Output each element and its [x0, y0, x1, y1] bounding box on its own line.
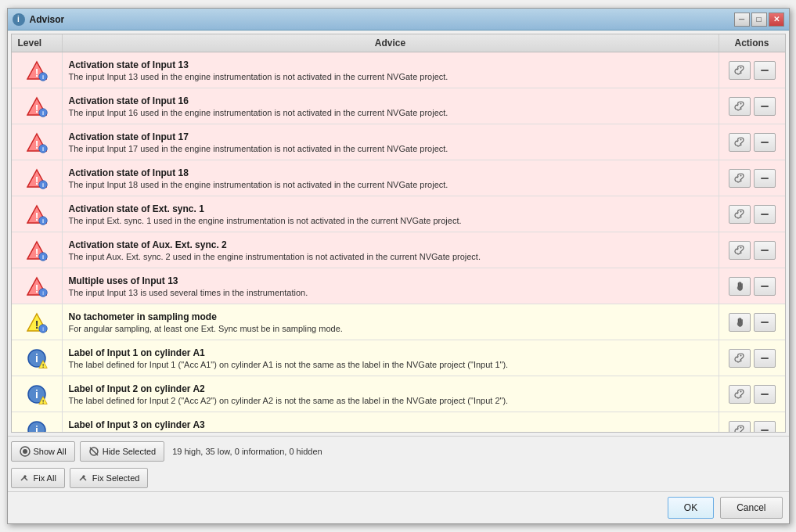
fix-button[interactable] — [729, 133, 751, 152]
advice-cell: Activation state of Input 18 The input I… — [63, 164, 719, 193]
level-cell: i ! — [12, 376, 63, 412]
close-button[interactable]: ✕ — [769, 13, 784, 27]
svg-rect-35 — [761, 250, 769, 251]
svg-rect-40 — [761, 286, 769, 287]
actions-cell — [719, 232, 785, 268]
level-cell: ! i — [12, 160, 63, 196]
hide-minus-icon — [758, 64, 771, 77]
hide-button[interactable] — [754, 97, 776, 116]
advice-title: Activation state of Input 16 — [69, 95, 712, 106]
fix-selected-button[interactable]: Fix Selected — [70, 468, 149, 488]
level-icon: ! i — [26, 131, 48, 153]
advice-description: The label defined for Input 3 ("Acc A3")… — [69, 432, 712, 433]
title-bar-left: i Advisor — [13, 13, 65, 26]
advice-title: Multiple uses of Input 13 — [69, 275, 712, 286]
hide-button[interactable] — [754, 169, 776, 188]
hide-button[interactable] — [754, 385, 776, 404]
advice-description: The input Input 13 used in the engine in… — [69, 72, 712, 81]
actions-cell — [719, 160, 785, 196]
svg-text:i: i — [41, 253, 43, 261]
hide-button[interactable] — [754, 133, 776, 152]
hide-button[interactable] — [754, 241, 776, 260]
fix-button[interactable] — [729, 421, 751, 433]
svg-point-16 — [740, 138, 741, 140]
svg-rect-5 — [761, 70, 769, 71]
table-row[interactable]: ! i Activation state of Input 17 The inp… — [12, 124, 785, 160]
table-row[interactable]: ! i Activation state of Ext. sync. 1 The… — [12, 196, 785, 232]
level-icon: ! i — [26, 167, 48, 189]
maximize-button[interactable]: □ — [751, 13, 767, 27]
fix-button[interactable] — [729, 205, 751, 224]
fix-wrench-icon — [733, 208, 746, 221]
table-row[interactable]: i ! Label of Input 2 on cylinder A2 The … — [12, 376, 785, 412]
cancel-button[interactable]: Cancel — [720, 497, 782, 519]
hide-button[interactable] — [754, 349, 776, 368]
fix-button[interactable] — [729, 277, 751, 296]
svg-point-28 — [740, 210, 741, 212]
advice-description: The input Input 13 is used several times… — [69, 288, 712, 297]
fix-button[interactable] — [729, 385, 751, 404]
hide-button[interactable] — [754, 61, 776, 80]
level-icon: i ! — [26, 347, 48, 369]
svg-rect-29 — [761, 214, 769, 215]
fix-all-button[interactable]: Fix All — [11, 468, 65, 488]
fix-button[interactable] — [729, 349, 751, 368]
fix-wrench-icon — [733, 100, 746, 113]
footer-bar: OK Cancel — [8, 491, 789, 523]
hide-button[interactable] — [754, 421, 776, 433]
advice-cell: Activation state of Aux. Ext. sync. 2 Th… — [63, 235, 719, 265]
actions-cell — [719, 412, 785, 432]
hide-minus-icon — [758, 280, 771, 293]
level-icon: ! i — [26, 239, 48, 261]
hide-button[interactable] — [754, 277, 776, 296]
actions-cell — [719, 196, 785, 232]
svg-point-34 — [740, 246, 741, 248]
table-row[interactable]: i ! Label of Input 1 on cylinder A1 The … — [12, 340, 785, 376]
hide-minus-icon — [758, 100, 771, 113]
svg-rect-51 — [761, 358, 769, 359]
hand-fix-icon — [733, 280, 746, 293]
title-buttons: ─ □ ✕ — [734, 13, 784, 27]
advisor-table: Level Advice Actions ! i Activation stat… — [11, 34, 786, 433]
actions-cell — [719, 340, 785, 376]
svg-text:i: i — [41, 217, 43, 225]
advice-cell: Activation state of Input 13 The input I… — [63, 56, 719, 85]
hide-button[interactable] — [754, 313, 776, 332]
advice-cell: Activation state of Ext. sync. 1 The inp… — [63, 200, 719, 229]
table-row[interactable]: ! i Activation state of Input 13 The inp… — [12, 52, 785, 88]
level-icon: ! i — [26, 203, 48, 225]
advice-description: The input Input 18 used in the engine in… — [69, 180, 712, 189]
advice-title: Label of Input 2 on cylinder A2 — [69, 383, 712, 394]
table-row[interactable]: ! i No tachometer in sampling mode For a… — [12, 304, 785, 340]
table-row[interactable]: i ! Label of Input 3 on cylinder A3 The … — [12, 412, 785, 432]
show-all-button[interactable]: Show All — [11, 441, 75, 462]
minimize-button[interactable]: ─ — [734, 13, 750, 27]
advice-cell: Label of Input 3 on cylinder A3 The labe… — [63, 415, 719, 433]
hide-selected-button[interactable]: Hide Selected — [80, 441, 165, 462]
advice-cell: Label of Input 1 on cylinder A1 The labe… — [63, 343, 719, 373]
fix-button[interactable] — [729, 313, 751, 332]
advice-title: Label of Input 3 on cylinder A3 — [69, 419, 712, 430]
advice-title: Activation state of Input 17 — [69, 131, 712, 142]
svg-text:!: ! — [41, 362, 43, 368]
table-row[interactable]: ! i Activation state of Input 18 The inp… — [12, 160, 785, 196]
fix-button[interactable] — [729, 241, 751, 260]
table-row[interactable]: ! i Activation state of Input 16 The inp… — [12, 88, 785, 124]
svg-rect-11 — [761, 106, 769, 107]
advice-cell: Activation state of Input 16 The input I… — [63, 92, 719, 121]
svg-text:i: i — [41, 110, 43, 117]
ok-button[interactable]: OK — [668, 497, 714, 519]
advice-cell: Activation state of Input 17 The input I… — [63, 128, 719, 157]
table-row[interactable]: ! i Multiple uses of Input 13 The input … — [12, 268, 785, 304]
fix-button[interactable] — [729, 97, 751, 116]
fix-bar: Fix All Fix Selected — [8, 466, 789, 491]
svg-point-65 — [23, 449, 27, 454]
level-cell: i ! — [12, 412, 63, 432]
table-row[interactable]: ! i Activation state of Aux. Ext. sync. … — [12, 232, 785, 268]
svg-text:i: i — [41, 74, 43, 81]
hide-button[interactable] — [754, 205, 776, 224]
fix-button[interactable] — [729, 61, 751, 80]
fix-wrench-icon — [733, 424, 746, 433]
fix-button[interactable] — [729, 169, 751, 188]
title-bar: i Advisor ─ □ ✕ — [8, 9, 789, 31]
